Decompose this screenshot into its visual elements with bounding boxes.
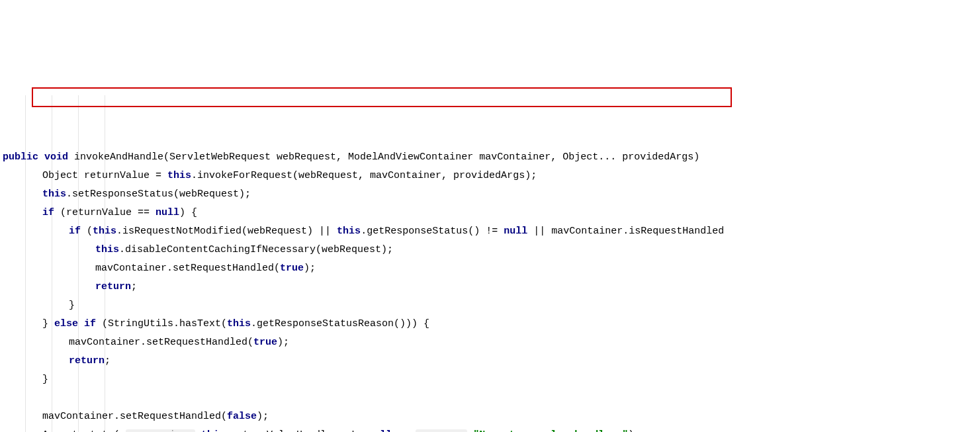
code-token: mavContainer.setRequestHandled( [69,337,253,348]
code-token: true [253,337,277,348]
code-token: ) { [179,207,197,218]
code-token: .getResponseStatusReason())) { [251,318,429,329]
code-line[interactable] [3,389,977,408]
code-token: this [167,170,191,181]
code-line[interactable]: if (this.isRequestNotModified(webRequest… [3,222,977,241]
code-token: if [69,226,87,237]
code-token: null [156,207,179,218]
code-token: .setResponseStatus(webRequest); [66,189,251,200]
code-line[interactable]: this.disableContentCachingIfNecessary(we… [3,241,977,259]
code-editor[interactable]: public void invokeAndHandle(ServletWebRe… [0,74,980,432]
code-token: true [280,263,304,274]
code-line[interactable]: this.setResponseStatus(webRequest); [3,185,977,204]
code-line[interactable]: } [3,370,977,389]
code-token: invokeAndHandle(ServletWebRequest webReq… [74,151,705,163]
code-token: ); [628,429,640,432]
code-token: return [95,281,131,292]
code-token: } [42,318,54,329]
code-token: if [42,207,60,218]
code-token: ); [304,263,316,274]
code-line[interactable]: Object returnValue = this.invokeForReque… [3,167,977,185]
code-token: } [42,374,48,385]
code-token: null [368,429,392,432]
code-token: return [69,355,105,367]
code-line[interactable]: return; [3,278,977,296]
code-line[interactable]: return; [3,352,977,370]
code-line[interactable]: mavContainer.setRequestHandled(false); [3,408,977,426]
code-line[interactable]: } [3,296,977,315]
code-token: "No return value handlers" [473,429,628,432]
code-token: Object returnValue = [42,170,167,181]
code-token: .disableContentCachingIfNecessary(webReq… [119,244,393,255]
code-token: message: [416,429,467,432]
code-token: ); [277,337,289,348]
code-token: this [42,189,66,200]
code-token: .isRequestNotModified(webRequest) || [116,226,337,237]
code-token: expression: [126,429,195,432]
code-token: this [337,226,361,237]
code-token: ( [87,226,93,237]
code-token: .returnValueHandlers != [225,429,368,432]
code-token [195,429,201,432]
code-line[interactable]: mavContainer.setRequestHandled(true); [3,333,977,352]
code-token: this [227,318,251,329]
code-line[interactable]: if (returnValue == null) { [3,204,977,222]
code-token: this [95,244,119,255]
code-token: .getResponseStatus() != [361,226,504,237]
code-token: void [44,151,74,163]
code-token [42,392,48,404]
code-token: ; [131,281,137,292]
code-token: this [201,429,225,432]
code-token [467,429,473,432]
code-token: mavContainer.setRequestHandled( [95,263,280,274]
code-token: .invokeForRequest(webRequest, mavContain… [191,170,537,181]
code-token: (returnValue == [60,207,156,218]
code-token: public [3,151,44,163]
code-line[interactable]: Assert.state( expression: this.returnVal… [3,426,977,432]
code-token: ); [257,411,269,422]
code-token: false [227,411,257,422]
code-line[interactable]: mavContainer.setRequestHandled(true); [3,259,977,278]
code-lines: public void invokeAndHandle(ServletWebRe… [3,148,977,432]
code-token: , [392,429,416,432]
code-token: Assert.state( [42,429,126,432]
code-token: (StringUtils.hasText( [102,318,227,329]
code-token: this [93,226,116,237]
code-token: || mavContainer.isRequestHandled [533,226,724,237]
code-token: } [69,300,75,311]
code-token: mavContainer.setRequestHandled( [42,411,227,422]
highlight-box [32,87,732,107]
code-token: null [504,226,533,237]
code-line[interactable]: } else if (StringUtils.hasText(this.getR… [3,315,977,333]
code-token: ; [105,355,111,367]
code-token: else if [54,318,102,329]
code-line[interactable]: public void invokeAndHandle(ServletWebRe… [3,148,977,167]
